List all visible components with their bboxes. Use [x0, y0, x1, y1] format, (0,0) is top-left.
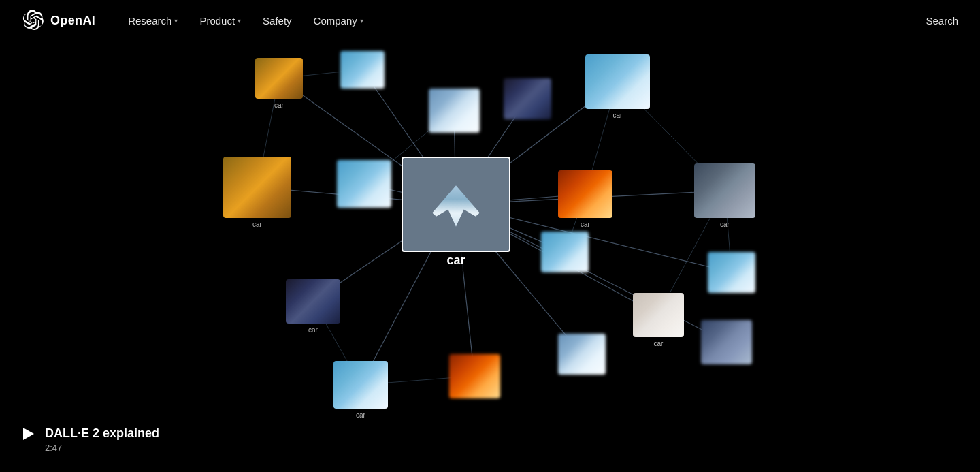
play-icon [23, 428, 34, 440]
node-image-n14 [333, 361, 388, 409]
viz-node-n15 [449, 354, 500, 398]
node-image-n6 [223, 157, 291, 218]
node-image-n15 [449, 354, 500, 398]
node-image-n1 [255, 58, 303, 99]
node-label-n1: car [274, 101, 284, 109]
video-info[interactable]: DALL·E 2 explained 2:47 [22, 426, 159, 453]
node-label-n14: car [356, 411, 365, 419]
chevron-down-icon: ▾ [360, 17, 363, 25]
node-image-n7 [337, 160, 391, 208]
viz-node-n3: car [585, 54, 650, 119]
node-label-n9: car [720, 221, 730, 228]
viz-node-n1: car [255, 58, 303, 109]
nav-research[interactable]: Research ▾ [128, 15, 178, 27]
nav-company[interactable]: Company ▾ [314, 15, 363, 27]
node-label-n8: car [581, 221, 590, 228]
search-button[interactable]: Search [926, 15, 958, 27]
viz-node-n12 [708, 252, 755, 293]
viz-node-n14: car [333, 361, 388, 419]
viz-node-n8: car [558, 170, 612, 228]
center-node-label: car [434, 251, 477, 270]
node-label-n6: car [252, 221, 262, 228]
node-image-n8 [558, 170, 612, 218]
viz-node-n10 [541, 232, 589, 272]
chevron-down-icon: ▾ [174, 17, 178, 25]
node-image-n2 [340, 51, 385, 89]
openai-logo-icon [22, 10, 44, 31]
node-image-n17 [701, 320, 752, 364]
node-image-n10 [541, 232, 589, 272]
viz-node-n5 [504, 78, 551, 119]
navbar: OpenAI Research ▾ Product ▾ Safety Compa… [0, 0, 980, 41]
viz-node-n2 [340, 51, 385, 89]
node-image-n16 [558, 334, 606, 375]
node-image-n5 [504, 78, 551, 119]
center-node-image [402, 157, 510, 252]
play-button[interactable] [22, 427, 35, 441]
node-label-n13: car [308, 326, 318, 334]
logo[interactable]: OpenAI [22, 10, 95, 31]
node-image-n3 [585, 54, 650, 109]
logo-text: OpenAI [50, 14, 95, 28]
node-image-n12 [708, 252, 755, 293]
viz-node-n4 [429, 89, 480, 133]
chevron-down-icon: ▾ [238, 17, 241, 25]
node-image-n11 [633, 293, 684, 337]
node-image-n9 [694, 163, 755, 218]
node-label-n11: car [654, 340, 664, 347]
nav-safety[interactable]: Safety [263, 15, 292, 27]
viz-node-n17 [701, 320, 752, 364]
viz-node-n11: car [633, 293, 684, 347]
video-title: DALL·E 2 explained [45, 426, 159, 441]
nav-links: Research ▾ Product ▾ Safety Company ▾ [128, 15, 926, 27]
viz-node-n16 [558, 334, 606, 375]
viz-node-n9: car [694, 163, 755, 228]
node-label-n3: car [613, 112, 623, 119]
node-image-n4 [429, 89, 480, 133]
node-image-n13 [286, 279, 340, 324]
center-node: car [402, 157, 510, 270]
nav-product[interactable]: Product ▾ [199, 15, 241, 27]
viz-node-n6: car [223, 157, 291, 228]
viz-node-n13: car [286, 279, 340, 334]
viz-node-n7 [337, 160, 391, 208]
video-details: DALL·E 2 explained 2:47 [45, 426, 159, 453]
video-duration: 2:47 [45, 443, 159, 453]
